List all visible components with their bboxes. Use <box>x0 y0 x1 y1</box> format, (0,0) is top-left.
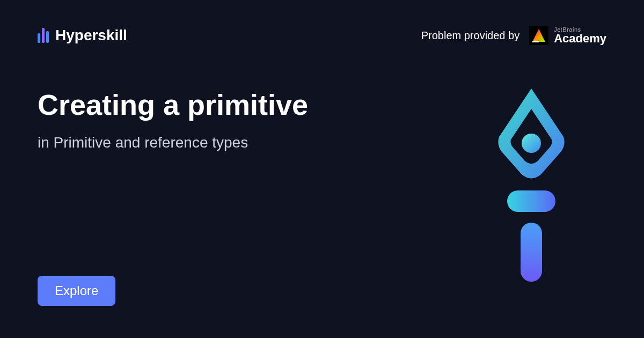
hyperskill-logo-text: Hyperskill <box>55 27 127 44</box>
explore-button[interactable]: Explore <box>38 276 115 306</box>
svg-rect-2 <box>532 41 539 42</box>
provider-label: Problem provided by <box>421 30 519 42</box>
hyperskill-bars-icon <box>38 28 49 43</box>
svg-rect-4 <box>507 190 555 212</box>
jetbrains-academy-logo: JetBrains Academy <box>529 26 606 45</box>
pen-graphic-icon <box>478 83 585 298</box>
page-subtitle: in Primitive and reference types <box>38 134 308 151</box>
jetbrains-icon <box>529 26 548 45</box>
hyperskill-logo: Hyperskill <box>38 27 127 44</box>
jetbrains-text: JetBrains Academy <box>554 27 606 45</box>
provider-section: Problem provided by Je <box>421 26 606 45</box>
jetbrains-academy-label: Academy <box>554 33 606 45</box>
svg-rect-5 <box>521 223 542 282</box>
page-title: Creating a primitive <box>38 88 308 121</box>
svg-point-3 <box>522 134 541 153</box>
header: Hyperskill Problem provided by <box>0 0 644 45</box>
text-content: Creating a primitive in Primitive and re… <box>38 88 308 151</box>
